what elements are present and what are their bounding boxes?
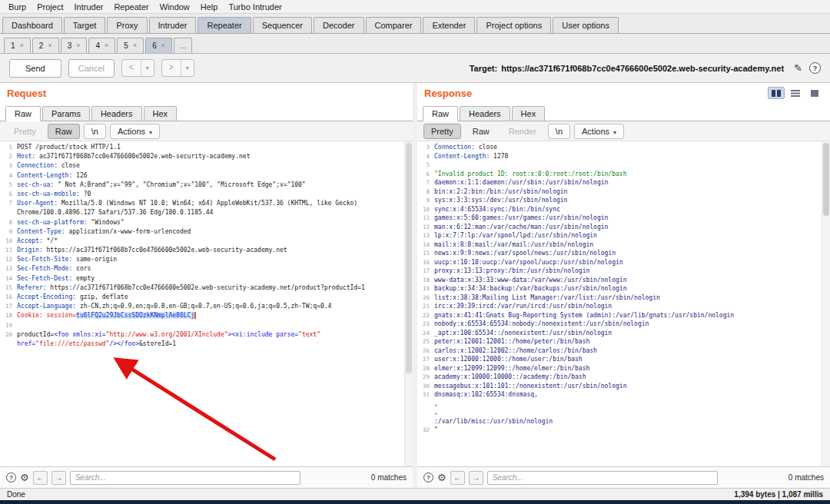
next-match-button[interactable]: → xyxy=(51,471,66,485)
msg-tab-headers[interactable]: Headers xyxy=(91,106,142,121)
render-button[interactable]: Render xyxy=(501,124,544,139)
msg-tab-headers[interactable]: Headers xyxy=(460,106,510,121)
line-text: academy:x:10000:10000::/academy:/bin/bas… xyxy=(434,373,821,382)
close-tab-icon[interactable]: × xyxy=(20,42,24,49)
cancel-button[interactable]: Cancel xyxy=(68,59,115,78)
menu-repeater[interactable]: Repeater xyxy=(108,2,154,12)
line-number: 26 xyxy=(417,346,434,356)
tab-extender[interactable]: Extender xyxy=(423,17,475,33)
chevron-down-icon[interactable]: ▾ xyxy=(181,60,194,76)
split-columns-icon xyxy=(772,90,781,97)
code-line: 21irc:x:39:39:ircd:/var/run/ircd:/usr/sb… xyxy=(417,302,821,311)
close-tab-icon[interactable]: × xyxy=(161,42,165,49)
tab-target[interactable]: Target xyxy=(64,17,106,33)
actions-button[interactable]: Actions▾ xyxy=(110,124,160,139)
prev-match-button[interactable]: ← xyxy=(450,471,465,485)
split-rows-icon xyxy=(791,90,800,97)
tab-intruder[interactable]: Intruder xyxy=(149,17,197,33)
msg-tab-params[interactable]: Params xyxy=(42,106,90,121)
tab-decoder[interactable]: Decoder xyxy=(314,17,364,33)
prev-match-button[interactable]: ← xyxy=(33,471,48,485)
msg-tab-raw[interactable]: Raw xyxy=(5,106,41,121)
tab-dashboard[interactable]: Dashboard xyxy=(2,17,62,33)
repeater-tab-1[interactable]: 1× xyxy=(4,38,31,53)
close-tab-icon[interactable]: × xyxy=(133,42,137,49)
request-scrollbar[interactable] xyxy=(404,141,413,466)
target-url: https://ac371f671f068b7cc0e4766600e5002e… xyxy=(501,64,784,73)
edit-target-icon[interactable]: ✎ xyxy=(794,62,802,74)
line-text: dnsmasq:x:102:65534:dnsmasq, xyxy=(434,390,821,400)
line-number: 4 xyxy=(0,171,17,181)
main-tabs: DashboardTargetProxyIntruderRepeaterSequ… xyxy=(0,14,830,34)
menu-intruder[interactable]: Intruder xyxy=(69,2,109,12)
repeater-tab-label: 3 xyxy=(68,41,72,50)
repeater-tab-2[interactable]: 2× xyxy=(32,38,59,53)
scrollbar-thumb[interactable] xyxy=(823,143,829,216)
menu-help[interactable]: Help xyxy=(195,2,224,12)
repeater-tab-3[interactable]: 3× xyxy=(61,38,88,53)
line-text: href="file:///etc/passwd"/></foo>&storeI… xyxy=(17,340,403,349)
code-line: 9sys:x:3:3:sys:/dev:/usr/sbin/nologin xyxy=(417,196,821,205)
tab-sequencer[interactable]: Sequencer xyxy=(253,17,312,33)
raw-button[interactable]: Raw xyxy=(48,124,80,139)
tab-user-options[interactable]: User options xyxy=(553,17,619,33)
pretty-button[interactable]: Pretty xyxy=(6,124,44,139)
history-forward-button[interactable]: > ▾ xyxy=(161,59,194,77)
line-text: Content-Length: 1278 xyxy=(434,152,821,161)
tab-repeater[interactable]: Repeater xyxy=(198,17,251,33)
actions-label: Actions xyxy=(582,127,609,136)
request-code: 1POST /product/stock HTTP/1.12Host: ac37… xyxy=(0,143,403,466)
code-line: 13lp:x:7:7:lp:/var/spool/lpd:/usr/sbin/n… xyxy=(417,231,821,240)
history-back-button[interactable]: < ▾ xyxy=(121,59,154,77)
actions-button[interactable]: Actions▾ xyxy=(574,124,624,139)
msg-tab-hex[interactable]: Hex xyxy=(144,106,178,121)
msg-tab-raw[interactable]: Raw xyxy=(423,106,458,121)
request-panel-header: Request xyxy=(0,83,413,103)
search-input[interactable] xyxy=(70,471,300,485)
code-line: 6sec-ch-ua-mobile: ?0 xyxy=(0,190,403,199)
single-pane-icon xyxy=(810,90,819,97)
send-button[interactable]: Send xyxy=(9,59,61,78)
close-tab-icon[interactable]: × xyxy=(105,42,108,49)
response-editor[interactable]: 3Connection: close4Content-Length: 12785… xyxy=(417,141,830,466)
response-msg-tabs: RawHeadersHex xyxy=(417,103,830,121)
response-scrollbar[interactable] xyxy=(822,141,830,466)
tab-proxy[interactable]: Proxy xyxy=(107,17,147,33)
repeater-tab-4[interactable]: 4× xyxy=(88,38,115,53)
newline-toggle-button[interactable]: \n xyxy=(84,124,106,139)
pretty-button[interactable]: Pretty xyxy=(423,124,461,139)
gear-icon[interactable]: ⚙ xyxy=(20,472,29,482)
close-tab-icon[interactable]: × xyxy=(76,42,80,49)
next-match-button[interactable]: → xyxy=(469,471,483,485)
tab-project-options[interactable]: Project options xyxy=(476,17,551,33)
gear-icon[interactable]: ⚙ xyxy=(437,472,447,482)
menu-burp[interactable]: Burp xyxy=(3,2,32,12)
search-input[interactable] xyxy=(487,471,718,485)
help-icon[interactable]: ? xyxy=(809,62,821,74)
repeater-tab-5[interactable]: 5× xyxy=(117,38,144,53)
line-text: nobody:x:65534:65534:nobody:/nonexistent… xyxy=(434,320,821,329)
scrollbar-thumb[interactable] xyxy=(406,143,412,373)
msg-tab-hex[interactable]: Hex xyxy=(512,106,546,121)
view-single-pane-button[interactable] xyxy=(806,87,823,99)
tab-comparer[interactable]: Comparer xyxy=(366,17,422,33)
panels: Request RawParamsHeadersHex Pretty Raw \… xyxy=(0,83,830,488)
menu-window[interactable]: Window xyxy=(154,2,195,12)
newline-toggle-button[interactable]: \n xyxy=(548,124,570,139)
line-text: daemon:x:1:1:daemon:/usr/sbin:/usr/sbin/… xyxy=(434,178,821,187)
code-line: 27user:x:12000:12000::/home/user:/bin/ba… xyxy=(417,355,821,364)
close-tab-icon[interactable]: × xyxy=(48,42,51,49)
request-editor[interactable]: 1POST /product/stock HTTP/1.12Host: ac37… xyxy=(0,141,413,466)
help-icon[interactable]: ? xyxy=(423,472,433,482)
view-split-rows-button[interactable] xyxy=(787,87,804,99)
view-split-columns-button[interactable] xyxy=(768,87,785,99)
menu-turbo-intruder[interactable]: Turbo Intruder xyxy=(223,2,287,12)
more-tabs-button[interactable]: ... xyxy=(174,38,192,53)
raw-button[interactable]: Raw xyxy=(465,124,497,139)
chevron-down-icon[interactable]: ▾ xyxy=(141,60,154,76)
repeater-tabs: 1×2×3×4×5×6×... xyxy=(0,34,830,54)
repeater-tab-6[interactable]: 6× xyxy=(145,38,172,53)
help-icon[interactable]: ? xyxy=(6,472,16,482)
menu-project[interactable]: Project xyxy=(32,2,68,12)
code-line: 30messagebus:x:101:101::/nonexistent:/us… xyxy=(417,382,821,391)
